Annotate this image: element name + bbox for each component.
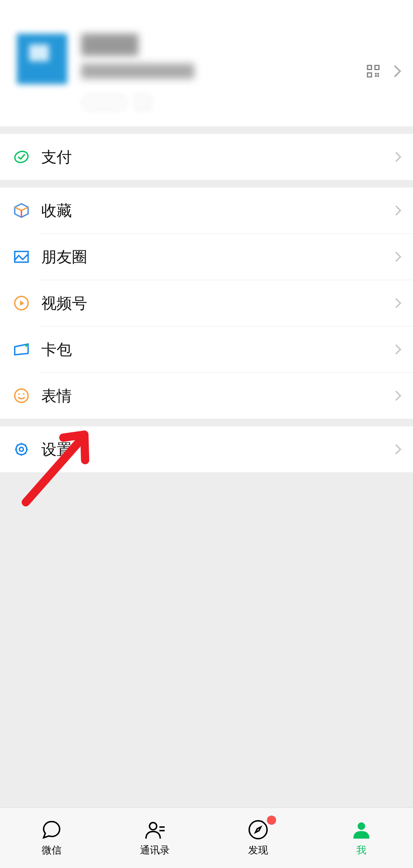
svg-rect-4 bbox=[377, 73, 379, 75]
menu-item-stickers[interactable]: 表情 bbox=[0, 373, 413, 419]
menu-group-pay: 支付 bbox=[0, 134, 413, 180]
menu-group-main: 收藏 朋友圈 视频号 bbox=[0, 188, 413, 419]
chevron-right-icon bbox=[393, 64, 402, 78]
avatar[interactable] bbox=[17, 34, 67, 84]
svg-point-15 bbox=[15, 389, 28, 403]
svg-rect-5 bbox=[375, 75, 377, 77]
menu-item-moments[interactable]: 朋友圈 bbox=[0, 234, 413, 280]
smile-icon bbox=[13, 387, 30, 404]
svg-point-7 bbox=[13, 150, 29, 164]
menu-item-favorites[interactable]: 收藏 bbox=[0, 188, 413, 233]
tab-bar: 微信 通讯录 发现 我 bbox=[0, 808, 413, 868]
menu-item-channels[interactable]: 视频号 bbox=[0, 280, 413, 326]
pay-icon bbox=[13, 148, 30, 165]
badge-dot bbox=[267, 816, 276, 825]
svg-point-19 bbox=[16, 444, 27, 455]
menu-item-pay[interactable]: 支付 bbox=[0, 134, 413, 180]
chevron-right-icon bbox=[395, 390, 402, 401]
tab-label: 发现 bbox=[248, 844, 268, 857]
tab-label: 我 bbox=[356, 844, 366, 857]
menu-item-cards[interactable]: 卡包 bbox=[0, 326, 413, 372]
menu-label: 卡包 bbox=[41, 339, 395, 360]
svg-rect-2 bbox=[367, 73, 372, 77]
chevron-right-icon bbox=[395, 344, 402, 355]
chevron-right-icon bbox=[395, 151, 402, 163]
profile-name bbox=[81, 34, 138, 56]
svg-rect-3 bbox=[375, 73, 377, 75]
profile-header[interactable] bbox=[0, 0, 413, 126]
svg-point-18 bbox=[20, 447, 24, 452]
chevron-right-icon bbox=[395, 251, 402, 263]
svg-point-17 bbox=[23, 393, 24, 395]
gear-icon bbox=[13, 441, 30, 458]
menu-label: 支付 bbox=[41, 147, 395, 168]
chevron-right-icon bbox=[395, 205, 402, 216]
tab-chats[interactable]: 微信 bbox=[0, 808, 103, 868]
svg-point-24 bbox=[249, 821, 267, 839]
picture-icon bbox=[13, 248, 30, 265]
menu-label: 视频号 bbox=[41, 293, 395, 314]
menu-item-settings[interactable]: 设置 bbox=[0, 426, 413, 472]
svg-rect-1 bbox=[375, 65, 379, 70]
tab-label: 微信 bbox=[42, 844, 62, 857]
menu-label: 朋友圈 bbox=[41, 246, 395, 268]
menu-label: 收藏 bbox=[41, 200, 395, 221]
svg-marker-25 bbox=[255, 827, 261, 832]
menu-label: 表情 bbox=[41, 385, 395, 406]
status-pill[interactable] bbox=[81, 94, 128, 111]
chevron-right-icon bbox=[395, 444, 402, 455]
chevron-right-icon bbox=[395, 297, 402, 309]
cube-icon bbox=[13, 202, 30, 219]
tab-contacts[interactable]: 通讯录 bbox=[103, 808, 206, 868]
tab-label: 通讯录 bbox=[140, 844, 170, 857]
svg-point-16 bbox=[18, 393, 20, 395]
qr-code-icon[interactable] bbox=[366, 64, 380, 78]
svg-rect-0 bbox=[367, 65, 372, 70]
svg-point-21 bbox=[150, 822, 157, 830]
status-extra[interactable] bbox=[135, 94, 151, 111]
menu-label: 设置 bbox=[41, 439, 395, 460]
svg-marker-12 bbox=[20, 300, 24, 306]
svg-rect-6 bbox=[377, 75, 379, 77]
svg-point-26 bbox=[358, 822, 365, 830]
tab-me[interactable]: 我 bbox=[310, 808, 413, 868]
profile-wechat-id bbox=[81, 64, 194, 79]
tab-discover[interactable]: 发现 bbox=[206, 808, 310, 868]
card-icon bbox=[13, 341, 30, 358]
play-icon bbox=[13, 295, 30, 312]
menu-group-settings: 设置 bbox=[0, 426, 413, 472]
